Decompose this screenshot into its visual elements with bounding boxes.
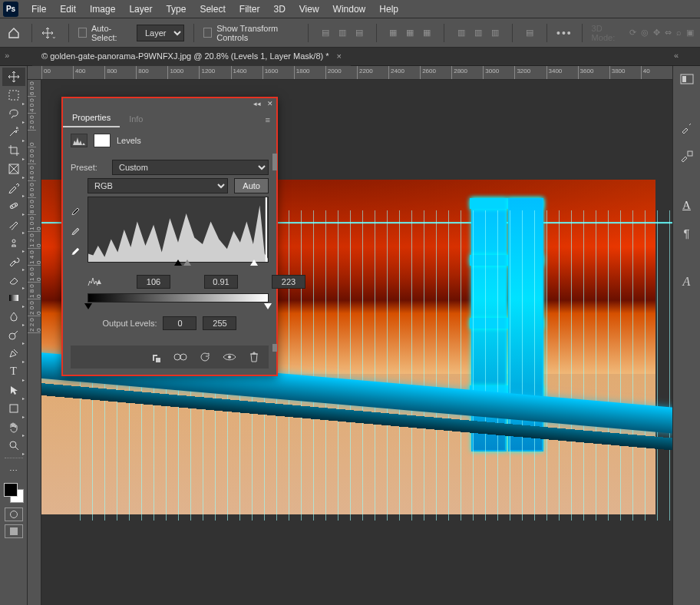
menu-layer[interactable]: Layer [122, 1, 159, 18]
tab-info[interactable]: Info [120, 111, 152, 127]
panel-menu-icon[interactable]: ≡ [259, 112, 276, 127]
menu-window[interactable]: Window [326, 1, 373, 18]
eyedropper-tool[interactable] [2, 178, 25, 197]
menu-help[interactable]: Help [372, 1, 405, 18]
3d-roll-icon[interactable]: ◎ [641, 28, 649, 38]
shadow-input[interactable] [137, 275, 170, 289]
auto-select-target[interactable]: Layer [137, 25, 184, 41]
quick-mask-toggle[interactable] [5, 507, 23, 521]
document-tab[interactable]: © golden-gate-panorama-P9WNFXJ.jpg @ 20.… [32, 48, 351, 66]
menu-edit[interactable]: Edit [53, 1, 83, 18]
move-tool[interactable] [2, 68, 25, 86]
path-select-tool[interactable] [2, 381, 25, 399]
align-center-h-icon[interactable]: ▥ [335, 25, 350, 41]
history-brush-tool[interactable] [2, 252, 25, 270]
show-transform-checkbox[interactable]: Show Transform Controls [203, 24, 299, 42]
zoom-tool[interactable] [2, 436, 25, 455]
reset-icon[interactable] [198, 350, 212, 364]
delete-icon[interactable] [247, 350, 261, 364]
lasso-tool[interactable] [2, 104, 25, 123]
character-panel-icon[interactable]: A [677, 197, 697, 213]
paragraph-panel-icon[interactable]: ¶ [677, 224, 697, 241]
type-tool[interactable]: T [2, 362, 25, 381]
distribute-v-icon[interactable]: ▥ [471, 25, 486, 41]
color-swatch[interactable] [4, 483, 24, 503]
menu-3d[interactable]: 3D [266, 1, 292, 18]
align-middle-icon[interactable]: ▦ [402, 25, 418, 41]
menu-file[interactable]: File [25, 1, 53, 18]
panel-close-icon[interactable]: ✕ [267, 100, 273, 107]
output-hi-input[interactable] [203, 316, 236, 330]
move-tool-icon[interactable]: ⌄ [41, 24, 59, 42]
3d-pan-icon[interactable]: ✥ [653, 28, 660, 38]
tab-properties[interactable]: Properties [63, 109, 120, 127]
output-lo-input[interactable] [163, 316, 196, 330]
gray-point-eyedropper-icon[interactable] [71, 223, 84, 236]
brush-panel-icon[interactable] [677, 120, 697, 137]
edit-toolbar-icon[interactable]: ⋯ [2, 461, 25, 480]
menu-image[interactable]: Image [83, 1, 122, 18]
gradient-tool[interactable] [2, 289, 25, 307]
healing-tool[interactable] [2, 197, 25, 215]
home-button[interactable] [6, 24, 22, 42]
preset-select[interactable]: Custom [112, 160, 269, 175]
frame-tool[interactable] [2, 160, 25, 178]
3d-camera-icon[interactable]: ▣ [686, 28, 694, 38]
panel-group-1-icon[interactable] [677, 71, 697, 88]
menu-view[interactable]: View [292, 1, 326, 18]
stamp-tool[interactable] [2, 233, 25, 252]
visibility-icon[interactable] [223, 350, 236, 364]
3d-zoom-icon[interactable]: ⌕ [676, 28, 682, 38]
white-point-eyedropper-icon[interactable] [71, 243, 84, 256]
highlight-slider[interactable] [250, 260, 258, 266]
panel-scrollbar[interactable] [272, 154, 277, 170]
quick-select-tool[interactable] [2, 123, 25, 141]
align-bottom-icon[interactable]: ▦ [419, 25, 434, 41]
close-tab-icon[interactable]: × [337, 51, 342, 61]
highlight-input[interactable] [272, 275, 305, 289]
app-logo[interactable]: Ps [3, 2, 18, 17]
layer-mask-icon[interactable] [94, 134, 111, 147]
distribute-bottom-icon[interactable]: ▥ [487, 25, 503, 41]
dodge-tool[interactable] [2, 326, 25, 344]
marquee-tool[interactable] [2, 86, 25, 104]
panel-collapse-icon[interactable]: ◂◂ [253, 100, 261, 107]
glyphs-panel-icon[interactable]: A [677, 273, 697, 290]
clip-to-layer-icon[interactable] [149, 350, 163, 364]
pen-tool[interactable] [2, 344, 25, 362]
shape-tool[interactable] [2, 399, 25, 418]
black-point-eyedropper-icon[interactable] [71, 203, 84, 217]
3d-orbit-icon[interactable]: ⟳ [629, 28, 636, 38]
midtone-slider[interactable] [183, 260, 191, 266]
auto-button[interactable]: Auto [234, 178, 269, 193]
ruler-vertical[interactable]: 6 0 04 0 02 0 002 0 04 0 06 0 08 0 01 0 … [28, 80, 41, 605]
properties-panel[interactable]: ◂◂ ✕ Properties Info ≡ Levels Preset: Cu… [61, 97, 278, 376]
eraser-tool[interactable] [2, 270, 25, 289]
ruler-horizontal[interactable]: 0040080080010001200140016001800200022002… [28, 66, 672, 80]
view-previous-icon[interactable] [173, 350, 187, 364]
menu-type[interactable]: Type [159, 1, 193, 18]
brush-tool[interactable] [2, 215, 25, 233]
brush-settings-panel-icon[interactable] [677, 147, 697, 164]
input-sliders[interactable] [88, 263, 269, 272]
align-right-icon[interactable]: ▤ [352, 25, 367, 41]
auto-select-checkbox[interactable]: Auto-Select: [78, 24, 130, 42]
shadow-slider[interactable] [174, 260, 182, 266]
hand-tool[interactable] [2, 418, 25, 436]
histogram[interactable] [88, 197, 269, 263]
menu-select[interactable]: Select [193, 1, 232, 18]
align-left-icon[interactable]: ▤ [318, 25, 333, 41]
clip-warning-icon[interactable] [88, 276, 103, 287]
crop-tool[interactable] [2, 141, 25, 160]
output-gradient[interactable] [88, 293, 269, 302]
3d-slide-icon[interactable]: ⇔ [665, 28, 672, 38]
more-options-icon[interactable]: ••• [556, 27, 573, 39]
align-top-icon[interactable]: ▦ [385, 25, 401, 41]
distribute-h-icon[interactable]: ▤ [522, 25, 537, 41]
distribute-top-icon[interactable]: ▥ [454, 25, 469, 41]
blur-tool[interactable] [2, 307, 25, 326]
midtone-input[interactable] [204, 275, 238, 289]
screen-mode-toggle[interactable] [5, 524, 23, 538]
channel-select[interactable]: RGB [88, 178, 228, 193]
menu-filter[interactable]: Filter [233, 1, 267, 18]
